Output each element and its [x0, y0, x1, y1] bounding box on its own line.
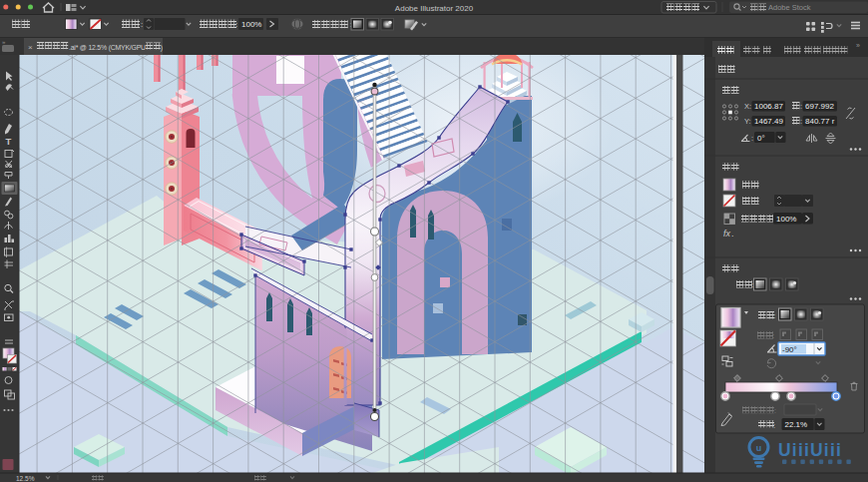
- svg-text:840.77 r: 840.77 r: [805, 117, 835, 126]
- svg-text:X:: X:: [744, 102, 751, 111]
- svg-text::: :: [141, 20, 143, 29]
- svg-text:T: T: [6, 136, 12, 147]
- svg-text::: :: [774, 406, 776, 415]
- svg-text:1006.87: 1006.87: [754, 102, 783, 111]
- svg-text::: :: [800, 117, 802, 126]
- svg-text:»: »: [856, 42, 860, 49]
- svg-text::: :: [751, 280, 753, 289]
- svg-text:22.1%: 22.1%: [785, 420, 808, 429]
- svg-text:×: ×: [28, 43, 33, 52]
- svg-text:u: u: [756, 443, 762, 453]
- svg-text::: :: [235, 20, 237, 29]
- svg-text:.: .: [731, 229, 734, 239]
- svg-text:-90°: -90°: [782, 345, 797, 354]
- svg-text:Adobe Illustrator 2020: Adobe Illustrator 2020: [395, 4, 474, 13]
- svg-text:12.5%: 12.5%: [16, 475, 35, 482]
- svg-text:0°: 0°: [757, 134, 765, 143]
- svg-text::: :: [773, 421, 775, 430]
- svg-text::: :: [772, 331, 774, 340]
- svg-text:UiiiUiii: UiiiUiii: [778, 440, 842, 460]
- svg-text::: :: [774, 311, 776, 320]
- svg-text:697.992: 697.992: [805, 102, 834, 111]
- svg-text:100%: 100%: [241, 20, 261, 29]
- svg-text::: :: [800, 102, 802, 111]
- svg-text:fx: fx: [723, 229, 731, 239]
- svg-text:100%: 100%: [776, 215, 796, 224]
- svg-text:1467.49: 1467.49: [754, 117, 783, 126]
- svg-text:.ai* @ 12.5% (CMYK/GPU: .ai* @ 12.5% (CMYK/GPU: [69, 44, 146, 52]
- svg-text:Y:: Y:: [744, 117, 751, 126]
- svg-text::: :: [751, 134, 753, 143]
- svg-text:): ): [161, 44, 163, 52]
- svg-text:Adobe Stock: Adobe Stock: [768, 3, 811, 12]
